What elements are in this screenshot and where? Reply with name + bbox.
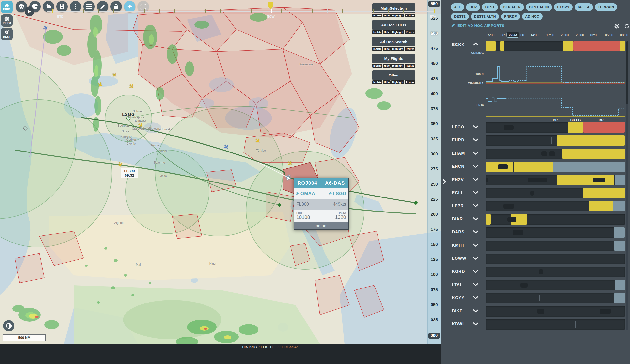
chevron-down-icon[interactable] bbox=[472, 309, 479, 313]
selected-flight-tag[interactable]: FL390 09:32 bbox=[121, 168, 138, 178]
chevron-down-icon[interactable] bbox=[472, 138, 479, 142]
routes-button[interactable]: Routes bbox=[405, 30, 416, 34]
expand-row-button[interactable] bbox=[472, 151, 479, 156]
egkk-weather-timeline-bar[interactable] bbox=[486, 41, 625, 51]
chevron-down-icon[interactable] bbox=[472, 322, 479, 326]
highlight-button[interactable]: Highlight bbox=[391, 80, 404, 84]
ehrd-weather-timeline-bar[interactable] bbox=[486, 135, 625, 146]
expand-row-button[interactable] bbox=[472, 165, 479, 169]
panel-scrollbar[interactable] bbox=[626, 41, 628, 330]
expand-row-button[interactable] bbox=[472, 296, 479, 300]
chevron-down-icon[interactable] bbox=[472, 296, 479, 299]
panel-settings-button[interactable] bbox=[614, 23, 620, 30]
kgyy-weather-timeline-bar[interactable] bbox=[486, 293, 625, 303]
grid-button[interactable] bbox=[84, 1, 95, 12]
filter-chip-pnrdp[interactable]: PNRDP bbox=[501, 13, 520, 20]
chevron-down-icon[interactable] bbox=[472, 270, 479, 273]
expand-row-button[interactable] bbox=[472, 217, 479, 222]
egll-weather-timeline-bar[interactable] bbox=[486, 188, 625, 198]
encn-weather-timeline-bar[interactable] bbox=[486, 162, 625, 172]
highlight-button[interactable]: Highlight bbox=[391, 30, 404, 34]
highlight-button[interactable]: Highlight bbox=[391, 64, 404, 68]
chevron-down-icon[interactable] bbox=[472, 165, 479, 168]
leco-weather-timeline-bar[interactable] bbox=[486, 122, 625, 133]
chevron-down-icon[interactable] bbox=[472, 151, 479, 155]
defa-view-button[interactable]: DEFA bbox=[1, 1, 12, 13]
expand-row-button[interactable] bbox=[472, 270, 479, 274]
ltai-weather-timeline-bar[interactable] bbox=[486, 280, 625, 290]
filter-chip-dest[interactable]: DEST bbox=[482, 3, 498, 11]
map-canvas[interactable]: ✈✈✈✈✈✈✈✈✈✈LSGGSchweizMilanoGenovaBologna… bbox=[0, 0, 440, 344]
isolate-button[interactable]: Isolate bbox=[372, 30, 382, 34]
expand-row-button[interactable] bbox=[472, 230, 479, 235]
biar-weather-timeline-bar[interactable] bbox=[486, 214, 625, 225]
contrast-toggle-button[interactable] bbox=[3, 320, 14, 331]
expand-row-button[interactable] bbox=[472, 178, 479, 182]
filter-chip-terrain[interactable]: TERRAIN bbox=[595, 3, 617, 11]
expand-row-button[interactable] bbox=[472, 244, 479, 248]
expand-row-button[interactable] bbox=[472, 204, 479, 208]
chevron-down-icon[interactable] bbox=[472, 191, 479, 194]
filter-chip-ia-fea[interactable]: IA/FEA bbox=[575, 3, 593, 11]
filter-chip-dest-altn[interactable]: DEST ALTN bbox=[526, 3, 552, 11]
isolate-button[interactable]: Isolate bbox=[372, 13, 382, 17]
isolate-button[interactable]: Isolate bbox=[372, 47, 382, 51]
filter-chip-all[interactable]: ALL bbox=[451, 3, 464, 11]
chevron-down-icon[interactable] bbox=[472, 283, 479, 286]
airport-marker-lsgg[interactable] bbox=[127, 117, 130, 120]
chevron-down-icon[interactable] bbox=[472, 178, 479, 181]
save-button[interactable] bbox=[56, 1, 68, 12]
highlight-button[interactable]: Highlight bbox=[391, 13, 404, 17]
chevron-down-icon[interactable] bbox=[472, 230, 479, 234]
filter-chip-dep-altn[interactable]: DEP ALTN bbox=[500, 3, 524, 11]
hide-button[interactable]: Hide bbox=[383, 64, 390, 68]
flights-mode-button[interactable]: ✈ bbox=[124, 1, 135, 12]
chevron-down-icon[interactable] bbox=[472, 125, 479, 129]
aircraft-registration[interactable]: A6-DAS bbox=[322, 178, 348, 188]
rest-layers-button[interactable]: REST bbox=[1, 28, 12, 40]
now-marker[interactable] bbox=[268, 2, 274, 10]
flight-callsign[interactable]: ROJ004 bbox=[294, 178, 321, 188]
filter-chip-ad-hoc[interactable]: AD HOC bbox=[522, 13, 543, 20]
expand-row-button[interactable] bbox=[472, 125, 479, 130]
routes-button[interactable]: Routes bbox=[405, 64, 416, 68]
hide-button[interactable]: Hide bbox=[383, 13, 390, 17]
lppr-weather-timeline-bar[interactable] bbox=[486, 201, 625, 211]
filter-chip-dep[interactable]: DEP bbox=[466, 3, 480, 11]
filter-chip-dest2-altn[interactable]: DEST2 ALTN bbox=[471, 13, 499, 20]
dabs-weather-timeline-bar[interactable] bbox=[486, 227, 625, 238]
expand-row-button[interactable] bbox=[472, 191, 479, 195]
scrollbar-thumb[interactable] bbox=[626, 41, 628, 104]
lock-button[interactable] bbox=[110, 1, 122, 12]
kmht-weather-timeline-bar[interactable] bbox=[486, 241, 625, 251]
flight-level-scale[interactable]: 5505255004754504254003753503253002752502… bbox=[428, 0, 440, 344]
more-options-button[interactable] bbox=[70, 1, 81, 12]
chevron-down-icon[interactable] bbox=[472, 204, 479, 207]
routes-button[interactable]: Routes bbox=[405, 80, 416, 84]
isolate-button[interactable]: Isolate bbox=[372, 80, 382, 84]
chevron-down-icon[interactable] bbox=[472, 257, 479, 260]
highlight-button[interactable]: Highlight bbox=[391, 47, 404, 51]
fullscreen-button[interactable] bbox=[138, 1, 149, 12]
routes-button[interactable]: Routes bbox=[405, 47, 416, 51]
isolate-button[interactable]: Isolate bbox=[372, 64, 382, 68]
chevron-up-icon[interactable] bbox=[472, 42, 479, 46]
origin-airport[interactable]: ✈ OMAA bbox=[296, 191, 321, 196]
chevron-down-icon[interactable] bbox=[472, 217, 479, 221]
perm-layers-button[interactable]: PERM bbox=[1, 14, 12, 26]
loww-weather-timeline-bar[interactable] bbox=[486, 254, 625, 264]
hide-button[interactable]: Hide bbox=[383, 47, 390, 51]
timeline-play-button[interactable]: ▶ bbox=[24, 6, 34, 16]
hide-button[interactable]: Hide bbox=[383, 80, 390, 84]
chevron-down-icon[interactable] bbox=[472, 244, 479, 247]
expand-row-button[interactable] bbox=[472, 138, 479, 143]
destination-airport[interactable]: ✈ LSGG bbox=[321, 191, 346, 196]
kbwi-weather-timeline-bar[interactable] bbox=[486, 319, 625, 330]
kord-weather-timeline-bar[interactable] bbox=[486, 267, 625, 277]
hide-button[interactable]: Hide bbox=[383, 30, 390, 34]
filter-chip-etops[interactable]: ETOPS bbox=[554, 3, 572, 11]
enzv-weather-timeline-bar[interactable] bbox=[486, 175, 625, 185]
expand-row-button[interactable] bbox=[472, 309, 479, 314]
flight-info-popup[interactable]: ROJ004 A6-DAS ✈ OMAA ✈ LSGG FL360 449kts bbox=[294, 178, 349, 230]
filter-chip-dest2[interactable]: DEST2 bbox=[451, 13, 469, 20]
